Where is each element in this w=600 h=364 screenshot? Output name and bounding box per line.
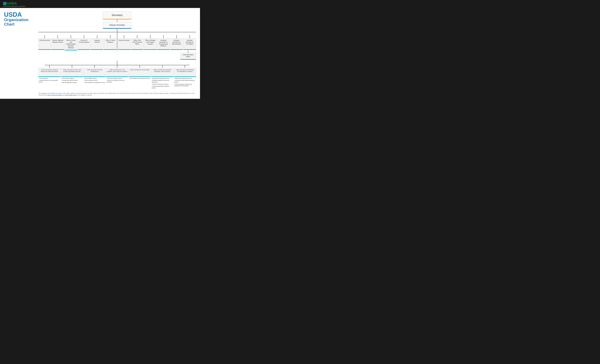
main-content: USDA Organization Chart Secretary Deputy… [0,8,200,99]
usda-subtitle: United States Department of Agriculture [3,6,26,7]
under-sec-item-1: Under Secretary for Farm and Foreign Agr… [61,65,83,90]
middle-row: Chief Economist Director, National Appea… [38,32,196,60]
under-sec-research-box: Under Secretary for Research, Education,… [151,68,173,77]
chief-financial-box: Office of the Chief Financial Officer [131,38,144,50]
under-sec-v-2 [94,65,95,68]
under-sec-item-2: Under Secretary for Rural Development Ru… [84,65,106,90]
secretary-label: Secretary [112,14,122,17]
under-sec-natural-box: Under Secretary for Natural Resources an… [38,68,60,77]
under-sec-food-nutrition-label: Under Secretary for Food, Nutrition, and… [107,69,127,72]
org-title: USDA Organization Chart [4,11,27,27]
footnote-link2[interactable]: USDA Mission Areas [65,94,76,96]
mid-item-10: Assistant Secretary for Administration [170,35,183,50]
under-sec-v-3 [117,65,117,68]
sub-aphis: Animal and Plant Health Inspection Servi… [174,80,196,83]
under-sec-food-nutrition-box: Under Secretary for Food, Nutrition, and… [106,68,128,77]
under-sec-food-safety-subs: Food Safety and Inspection Service [129,77,151,80]
asst-admin-label: Assistant Secretary for Administration [172,40,181,45]
sub-nass: National Agricultural Statistics Service [151,85,173,89]
under-sec-farm-label: Under Secretary for Farm and Foreign Agr… [63,69,81,72]
mid-v-6 [124,35,124,38]
mid-item-7: Office of the Chief Financial Officer [131,35,144,50]
under-sec-connector [38,61,196,65]
asst-congress-label: Assistant Secretary for Congressional Re… [159,40,168,47]
usda-text: USDA [8,1,17,5]
under-sec-rural-subs: Rural Utilities Service Rural Housing Se… [84,77,106,84]
under-sec-v-6 [185,65,185,68]
mid-v-11 [190,35,190,38]
sub-cnpp: Center for Nutrition Policy and Promotio… [106,80,128,83]
left-mid-group: Chief Economist Director, National Appea… [38,32,117,51]
footnote-link1[interactable]: USDA Agencies and Offices [47,94,62,96]
mid-v-1 [57,35,58,38]
sub-ars: Agricultural Research Service [151,78,173,79]
sub-nrcs: Natural Resources Conservation Service [38,80,60,83]
under-sec-v-line [117,61,117,65]
under-sec-research-subs: Agricultural Research Service National I… [151,77,173,90]
dep-spread-connector [38,29,196,32]
sub-fas: Foreign Agricultural Service [61,80,83,81]
mid-item-8: Office of Budget and Program Analysis [144,35,157,50]
under-sec-rural-box: Under Secretary for Rural Development [84,68,106,77]
chart-area: Secretary Deputy Secretary [38,11,196,96]
footnote-mid: and [62,94,65,96]
under-sec-marketing-subs: Agricultural Marketing Service Animal an… [174,77,196,88]
deputy-secretary-box: Deputy Secretary [103,22,131,29]
sub-forest: Forest Service [38,78,60,79]
under-sec-food-nutrition-subs: Food and Nutrition Service Center for Nu… [106,77,128,84]
chief-economist-label: Chief Economist [39,40,50,41]
footnote: This organization chart displays the nam… [38,91,196,96]
sub-rma: Risk Management Agency [61,82,83,83]
mid-v-8 [150,35,150,38]
under-sec-research-label: Under Secretary for Research, Education,… [153,69,172,72]
budget-label: Office of Budget and Program Analysis [145,40,155,45]
general-counsel-label: General Counsel [119,40,130,41]
under-sec-item-3: Under Secretary for Food, Nutrition, and… [106,65,128,90]
sub-rhs: Rural Housing Service [84,80,105,81]
title-area: USDA Organization Chart [4,11,35,27]
mid-item-3: Director of Communications [78,35,90,51]
under-sec-v-4 [140,65,140,68]
mid-item-9: Assistant Secretary for Congressional Re… [157,35,170,50]
under-sec-item-5: Under Secretary for Research, Education,… [151,65,173,90]
under-sec-v-1 [72,65,72,68]
sub-fsis: Food Safety and Inspection Service [129,78,150,79]
under-sec-natural-label: Under Secretary for Natural Resources an… [41,69,58,72]
sec-to-dep-line [117,19,117,22]
mid-item-6: General Counsel [118,35,131,50]
under-sec-v-0 [49,65,50,68]
svg-rect-1 [3,4,7,5]
usda-logo: USDA USDA United States Department of Ag… [3,1,26,7]
mid-v-7 [137,35,137,38]
small-bus-box: Office of Small and Disadvantaged Busine… [65,38,77,51]
sub-nifa: National Institute of Food and Agricultu… [151,80,173,83]
sub-fsa: Farm Service Agency [61,78,83,79]
asst-congress-box: Assistant Secretary for Congressional Re… [157,38,170,50]
under-sec-marketing-box: Under Secretary for Marketing and Regula… [174,68,196,77]
under-sec-food-safety-box: Under Secretary for Food Safety [129,68,151,77]
under-sec-item-4: Under Secretary for Food Safety Food Saf… [129,65,151,90]
sub-rbcs: Rural Business Cooperative Service [84,82,105,83]
cio-v-line [188,50,188,53]
under-sec-farm-box: Under Secretary for Farm and Foreign Agr… [61,68,83,77]
mid-v-0 [44,35,45,38]
mid-item-0: Chief Economist [38,35,51,51]
right-mid-boxes: General Counsel Office of the Chief Fina… [118,35,196,50]
office-tribal-box: Office of Tribal Relations [104,38,117,50]
office-tribal-label: Office of Tribal Relations [106,40,115,43]
mid-item-5: Office of Tribal Relations [104,35,117,51]
dir-appeals-label: Director, National Appeals Division [52,40,63,43]
mid-v-10 [177,35,177,38]
under-secretary-row: Under Secretary for Natural Resources an… [38,65,196,90]
under-sec-natural-subs: Forest Service Natural Resources Conserv… [38,77,60,84]
mid-v-4 [97,35,97,38]
under-sec-marketing-label: Under Secretary for Marketing and Regula… [176,69,194,72]
deputy-secretary-label: Deputy Secretary [109,24,125,26]
asst-civil-box: Assistant Secretary for Civil Rights [183,38,196,50]
sub-ers: Economic Research Service [151,83,173,85]
under-sec-farm-subs: Farm Service Agency Foreign Agricultural… [61,77,83,84]
dir-comms-label: Director of Communications [79,40,89,43]
under-sec-v-5 [162,65,162,68]
under-sec-rural-label: Under Secretary for Rural Development [87,69,102,72]
title-line1: USDA [4,11,27,18]
